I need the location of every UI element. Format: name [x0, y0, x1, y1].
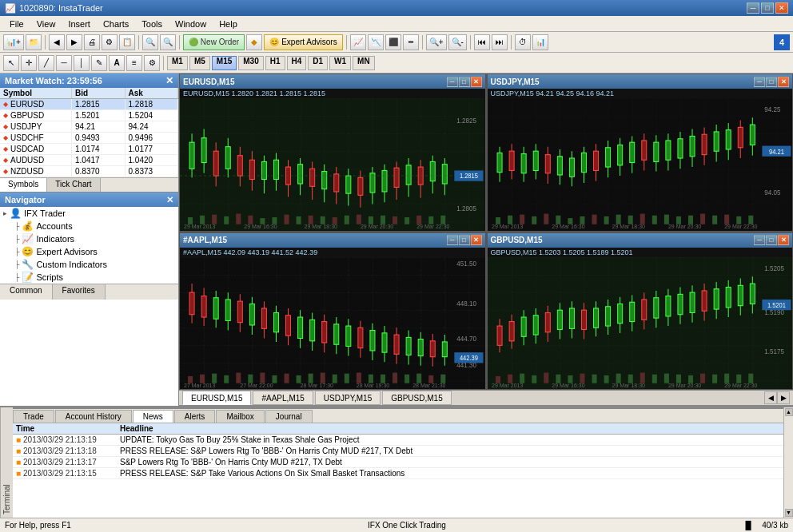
zoom-in2-button[interactable]: 🔍+ — [426, 34, 447, 50]
tf-m5[interactable]: M5 — [189, 56, 210, 70]
zoom-out-button[interactable]: 🔍 — [160, 34, 176, 50]
nav-item-scripts[interactable]: ├ 📝 Scripts — [0, 271, 178, 284]
nav-item-ifx-trader[interactable]: ▸ 👤 IFX Trader — [0, 207, 178, 220]
menu-charts[interactable]: Charts — [97, 18, 135, 30]
forward-button[interactable]: ▶ — [66, 34, 82, 50]
chart-options-button[interactable]: 📊 — [532, 34, 548, 50]
nav-tab-common[interactable]: Common — [0, 284, 53, 300]
terminal-tab-trade[interactable]: Trade — [13, 410, 54, 423]
chart-type-2[interactable]: 📉 — [368, 34, 384, 50]
chart-tab-eurusd[interactable]: EURUSD,M15 — [182, 391, 251, 405]
scroll-up-button[interactable]: ▲ — [785, 408, 793, 416]
line-tool[interactable]: ╱ — [38, 55, 54, 71]
scroll-right-button[interactable]: ⏭ — [492, 34, 508, 50]
market-watch-row-eurusd[interactable]: ◆ EURUSD 1.2815 1.2818 — [0, 99, 178, 110]
chart-usdjpy-body[interactable]: 94.25 94.15 94.05 94.21 29 Mar 2013 29 M… — [488, 98, 793, 231]
news-row-3[interactable]: ■2013/03/29 21:13:15 PRESS RELEASE: S&P … — [13, 468, 783, 479]
indicator-list-button[interactable]: 📋 — [119, 34, 135, 50]
market-watch-row-audusd[interactable]: ◆ AUDUSD 1.0417 1.0420 — [0, 155, 178, 166]
extra-tool[interactable]: ⚙ — [144, 55, 160, 71]
tf-mn[interactable]: MN — [353, 56, 375, 70]
chart-tab-prev[interactable]: ◀ — [764, 391, 777, 404]
new-chart-button[interactable]: 📊+ — [3, 34, 24, 50]
chart-eurusd-close[interactable]: ✕ — [471, 77, 482, 87]
chart-tab-usdjpy[interactable]: USDJPY,M15 — [315, 391, 381, 405]
zoom-in-button[interactable]: 🔍 — [142, 34, 158, 50]
tf-m1[interactable]: M1 — [167, 56, 188, 70]
chart-gbpusd-body[interactable]: 1.5205 1.5190 1.5175 1.5201 29 Mar 2013 … — [488, 257, 793, 390]
news-row-1[interactable]: ■2013/03/29 21:13:18 PRESS RELEASE: S&P … — [13, 446, 783, 457]
tf-h1[interactable]: H1 — [265, 56, 285, 70]
chart-usdjpy-maximize[interactable]: □ — [766, 77, 777, 87]
chart-gbpusd-maximize[interactable]: □ — [766, 235, 777, 245]
chart-eurusd-maximize[interactable]: □ — [459, 77, 470, 87]
text-tool[interactable]: A — [109, 55, 125, 71]
new-order-button[interactable]: 🟢 New Order — [183, 34, 245, 50]
tf-m15[interactable]: M15 — [212, 56, 237, 70]
chart-eurusd-minimize[interactable]: ─ — [447, 77, 458, 87]
hline-tool[interactable]: ─ — [56, 55, 72, 71]
vline-tool[interactable]: │ — [74, 55, 90, 71]
crosshair-tool[interactable]: ✛ — [21, 55, 37, 71]
fib-tool[interactable]: ≡ — [126, 55, 142, 71]
terminal-tab-news[interactable]: News — [133, 410, 173, 423]
terminal-tab-mailbox[interactable]: Mailbox — [216, 410, 264, 423]
scroll-down-button[interactable]: ▼ — [785, 509, 793, 517]
chart-tab-aapl[interactable]: #AAPL,M15 — [253, 391, 313, 405]
navigator-close[interactable]: ✕ — [166, 195, 173, 205]
chart-type-4[interactable]: ━ — [403, 34, 419, 50]
chart-usdjpy-close[interactable]: ✕ — [778, 77, 789, 87]
tf-d1[interactable]: D1 — [308, 56, 328, 70]
chart-gbpusd-minimize[interactable]: ─ — [754, 235, 765, 245]
tab-tick-chart[interactable]: Tick Chart — [47, 178, 100, 192]
news-row-0[interactable]: ■2013/03/29 21:13:19 UPDATE: Tokyo Gas T… — [13, 435, 783, 446]
chart-aapl-close[interactable]: ✕ — [471, 235, 482, 245]
zoom-out2-button[interactable]: 🔍- — [448, 34, 467, 50]
open-button[interactable]: 📁 — [26, 34, 42, 50]
menu-window[interactable]: Window — [169, 18, 213, 30]
tab-symbols[interactable]: Symbols — [0, 178, 47, 192]
timer-button[interactable]: ⏱ — [515, 34, 531, 50]
chart-usdjpy-minimize[interactable]: ─ — [754, 77, 765, 87]
chart-tab-next[interactable]: ▶ — [777, 391, 790, 404]
market-watch-row-usdchf[interactable]: ◆ USDCHF 0.9493 0.9496 — [0, 133, 178, 144]
tf-m30[interactable]: M30 — [238, 56, 263, 70]
tf-w1[interactable]: W1 — [329, 56, 351, 70]
chart-aapl-minimize[interactable]: ─ — [447, 235, 458, 245]
cursor-tool[interactable]: ↖ — [3, 55, 19, 71]
terminal-side-label[interactable]: Terminal — [0, 407, 13, 518]
nav-item-expert-advisors[interactable]: ├ 😊 Expert Advisors — [0, 245, 178, 258]
nav-item-accounts[interactable]: ├ 💰 Accounts — [0, 220, 178, 232]
terminal-tab-alerts[interactable]: Alerts — [174, 410, 216, 423]
scrollbar[interactable]: ▲ ▼ — [783, 407, 793, 518]
close-button[interactable]: ✕ — [775, 2, 788, 14]
nav-item-custom-indicators[interactable]: ├ 🔧 Custom Indicators — [0, 258, 178, 271]
chart-tab-gbpusd[interactable]: GBPUSD,M15 — [382, 391, 451, 405]
nav-tab-favorites[interactable]: Favorites — [53, 284, 106, 300]
chart-gbpusd-close[interactable]: ✕ — [778, 235, 789, 245]
back-button[interactable]: ◀ — [49, 34, 65, 50]
terminal-tab-account-history[interactable]: Account History — [55, 410, 132, 423]
menu-view[interactable]: View — [30, 18, 62, 30]
market-watch-close[interactable]: ✕ — [165, 75, 173, 86]
tf-h4[interactable]: H4 — [287, 56, 307, 70]
properties-button[interactable]: ⚙ — [102, 34, 118, 50]
menu-help[interactable]: Help — [213, 18, 244, 30]
chart-type-1[interactable]: 📈 — [350, 34, 366, 50]
chart-eurusd-body[interactable]: 1.2825 1.2815 1.2805 1.2815 29 Mar 2013 … — [180, 98, 485, 231]
menu-insert[interactable]: Insert — [62, 18, 97, 30]
menu-tools[interactable]: Tools — [135, 18, 169, 30]
market-watch-row-usdcad[interactable]: ◆ USDCAD 1.0174 1.0177 — [0, 144, 178, 155]
nav-item-indicators[interactable]: ├ 📈 Indicators — [0, 232, 178, 245]
news-row-2[interactable]: ■2013/03/29 21:13:17 S&P Lowers Rtg To '… — [13, 457, 783, 468]
menu-file[interactable]: File — [3, 18, 30, 30]
chart-aapl-maximize[interactable]: □ — [459, 235, 470, 245]
market-watch-row-gbpusd[interactable]: ◆ GBPUSD 1.5201 1.5204 — [0, 110, 178, 121]
minimize-button[interactable]: ─ — [747, 2, 759, 14]
expert-advisors-button[interactable]: 😊 Expert Advisors — [264, 34, 342, 50]
chart-type-3[interactable]: ⬛ — [385, 34, 401, 50]
scroll-left-button[interactable]: ⏮ — [474, 34, 490, 50]
print-button[interactable]: 🖨 — [84, 34, 100, 50]
market-watch-row-nzdusd[interactable]: ◆ NZDUSD 0.8370 0.8373 — [0, 166, 178, 177]
draw-tool[interactable]: ✎ — [91, 55, 107, 71]
